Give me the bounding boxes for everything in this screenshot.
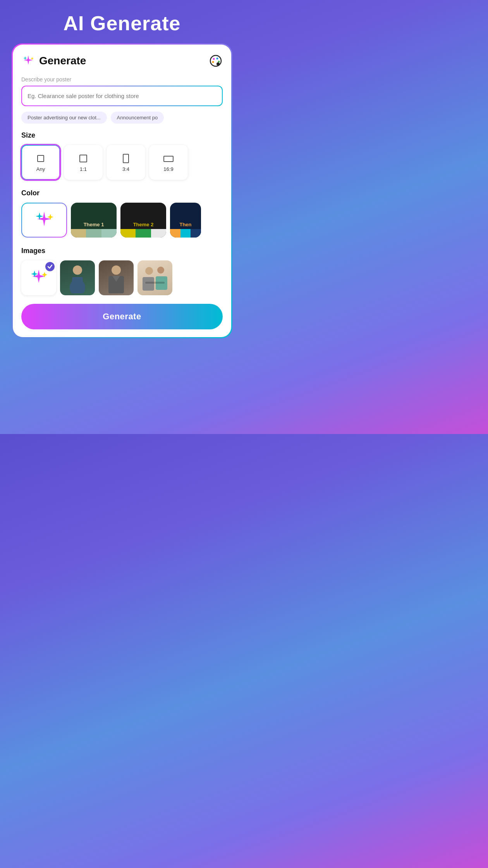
poster-description-input[interactable] bbox=[22, 86, 222, 105]
svg-rect-12 bbox=[72, 277, 83, 289]
svg-point-0 bbox=[210, 55, 221, 66]
card-title-group: Generate bbox=[21, 54, 86, 68]
color-card-theme1[interactable]: Theme 1 bbox=[71, 203, 117, 238]
theme1-swatches bbox=[71, 229, 117, 238]
size-option-16x9[interactable]: 16:9 bbox=[149, 145, 188, 180]
chip-0[interactable]: Poster advertising our new clot... bbox=[21, 112, 107, 124]
theme2-swatch1 bbox=[120, 229, 136, 238]
svg-point-13 bbox=[112, 265, 121, 275]
input-wrapper bbox=[21, 86, 223, 106]
theme1-label: Theme 1 bbox=[84, 219, 104, 227]
svg-rect-6 bbox=[38, 155, 44, 162]
size-16x9-label: 16:9 bbox=[163, 166, 173, 172]
size-options: Any 1:1 3:4 bbox=[21, 145, 223, 180]
svg-point-4 bbox=[212, 61, 214, 63]
color-card-theme2[interactable]: Theme 2 bbox=[120, 203, 166, 238]
card-content: Generate Describe your poster Poster adv… bbox=[13, 45, 231, 337]
page-title: AI Generate bbox=[64, 12, 181, 35]
images-options bbox=[21, 260, 223, 295]
theme3-swatch3 bbox=[191, 229, 201, 238]
ai-sparkle-icon bbox=[22, 203, 66, 237]
image-check-badge bbox=[45, 262, 55, 271]
size-3x4-icon bbox=[120, 153, 131, 164]
sparkle-icon bbox=[21, 54, 35, 68]
svg-rect-17 bbox=[143, 277, 154, 291]
chips-row: Poster advertising our new clot... Annou… bbox=[21, 112, 223, 124]
size-1x1-icon bbox=[78, 153, 89, 164]
size-1x1-label: 1:1 bbox=[80, 166, 87, 172]
size-section-title: Size bbox=[21, 131, 223, 140]
color-card-ai[interactable] bbox=[21, 203, 67, 238]
image-thumb-1[interactable] bbox=[60, 260, 95, 295]
svg-rect-9 bbox=[164, 156, 173, 162]
theme2-swatches bbox=[120, 229, 166, 238]
images-section-title: Images bbox=[21, 247, 223, 255]
color-section-title: Color bbox=[21, 189, 223, 197]
size-option-1x1[interactable]: 1:1 bbox=[64, 145, 103, 180]
svg-point-15 bbox=[145, 267, 153, 275]
main-card: Generate Describe your poster Poster adv… bbox=[12, 43, 232, 338]
chip-1[interactable]: Announcement po bbox=[111, 112, 164, 124]
size-option-any[interactable]: Any bbox=[21, 145, 60, 180]
size-3x4-label: 3:4 bbox=[122, 166, 129, 172]
card-title: Generate bbox=[39, 55, 86, 67]
theme2-swatch2 bbox=[136, 229, 151, 238]
input-label: Describe your poster bbox=[21, 76, 223, 83]
theme3-swatch2 bbox=[180, 229, 191, 238]
size-any-icon bbox=[35, 153, 46, 164]
size-option-3x4[interactable]: 3:4 bbox=[107, 145, 145, 180]
theme1-swatch2 bbox=[86, 229, 101, 238]
theme1-swatch3 bbox=[101, 229, 117, 238]
size-16x9-icon bbox=[163, 153, 174, 164]
svg-point-2 bbox=[217, 58, 218, 60]
theme2-label: Theme 2 bbox=[133, 219, 154, 227]
palette-icon[interactable] bbox=[209, 54, 223, 68]
svg-point-16 bbox=[157, 267, 164, 274]
svg-rect-19 bbox=[145, 282, 165, 284]
size-any-label: Any bbox=[36, 166, 45, 172]
generate-button[interactable]: Generate bbox=[21, 304, 223, 329]
theme1-swatch1 bbox=[71, 229, 86, 238]
image-thumb-3[interactable] bbox=[137, 260, 172, 295]
color-options: Theme 1 Theme 2 Then bbox=[21, 203, 223, 238]
color-card-theme3[interactable]: Then bbox=[170, 203, 201, 238]
theme2-swatch3 bbox=[151, 229, 166, 238]
svg-rect-7 bbox=[80, 155, 87, 162]
image-thumb-2[interactable] bbox=[99, 260, 134, 295]
svg-rect-8 bbox=[123, 154, 129, 163]
svg-point-5 bbox=[217, 62, 220, 65]
image-ai-option[interactable] bbox=[21, 260, 56, 295]
card-header: Generate bbox=[21, 54, 223, 68]
svg-point-3 bbox=[218, 61, 220, 63]
theme3-swatch1 bbox=[170, 229, 180, 238]
theme3-label: Then bbox=[179, 219, 191, 227]
svg-point-10 bbox=[73, 265, 82, 275]
svg-point-1 bbox=[213, 58, 215, 60]
theme3-swatches bbox=[170, 229, 201, 238]
